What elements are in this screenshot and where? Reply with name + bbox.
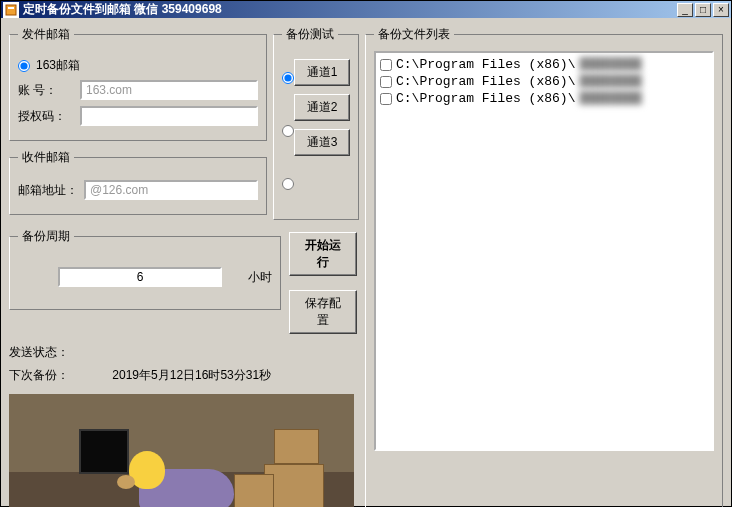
receiver-addr-input[interactable] [84,180,258,200]
receiver-legend: 收件邮箱 [18,149,74,166]
cycle-legend: 备份周期 [18,228,74,245]
account-label: 账 号： [18,82,74,99]
channel3-radio[interactable] [282,178,294,190]
auth-input[interactable] [80,106,258,126]
file-item[interactable]: C:\Program Files (x86)\████████ [380,74,708,89]
filelist-box[interactable]: C:\Program Files (x86)\████████C:\Progra… [374,51,714,451]
auth-label: 授权码： [18,108,74,125]
file-checkbox[interactable] [380,93,392,105]
file-checkbox[interactable] [380,59,392,71]
receiver-addr-label: 邮箱地址： [18,182,78,199]
test-group: 备份测试 通道1 通道2 通道3 [273,26,359,220]
filelist-legend: 备份文件列表 [374,26,454,43]
send-status-label: 发送状态： [9,345,69,359]
channel1-radio[interactable] [282,72,294,84]
provider-163-label: 163邮箱 [36,57,80,74]
next-backup-value: 2019年5月12日16时53分31秒 [112,368,271,382]
start-button[interactable]: 开始运行 [289,232,357,276]
next-backup-label: 下次备份： [9,368,69,382]
file-item[interactable]: C:\Program Files (x86)\████████ [380,57,708,72]
window-title: 定时备份文件到邮箱 微信 359409698 [23,1,675,18]
sender-group: 发件邮箱 163邮箱 账 号： 授权码： [9,26,267,141]
provider-163-radio[interactable] [18,60,30,72]
account-input[interactable] [80,80,258,100]
maximize-button[interactable]: □ [695,3,711,17]
save-config-button[interactable]: 保存配置 [289,290,357,334]
cycle-unit: 小时 [248,269,272,286]
receiver-group: 收件邮箱 邮箱地址： [9,149,267,215]
app-icon [3,2,19,18]
channel2-radio[interactable] [282,125,294,137]
sender-legend: 发件邮箱 [18,26,74,43]
channel1-button[interactable]: 通道1 [294,59,350,86]
cycle-input[interactable] [58,267,222,287]
test-legend: 备份测试 [282,26,338,43]
file-checkbox[interactable] [380,76,392,88]
file-item[interactable]: C:\Program Files (x86)\████████ [380,91,708,106]
cycle-group: 备份周期 小时 [9,228,281,310]
minimize-button[interactable]: _ [677,3,693,17]
file-path: C:\Program Files (x86)\ [396,57,575,72]
file-path: C:\Program Files (x86)\ [396,91,575,106]
close-button[interactable]: × [713,3,729,17]
channel3-button[interactable]: 通道3 [294,129,350,156]
filelist-group: 备份文件列表 C:\Program Files (x86)\████████C:… [365,26,723,507]
preview-image: Global yh31.com [9,394,354,507]
channel2-button[interactable]: 通道2 [294,94,350,121]
svg-rect-0 [6,5,16,15]
svg-rect-1 [8,7,14,9]
file-path: C:\Program Files (x86)\ [396,74,575,89]
